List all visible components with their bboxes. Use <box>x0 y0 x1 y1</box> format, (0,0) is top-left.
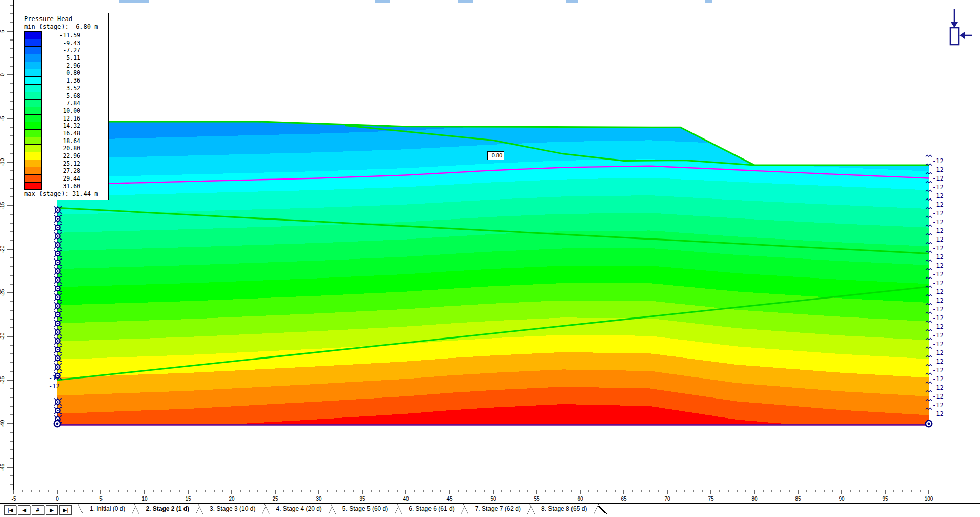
stage-nav-button-1[interactable]: ◀ <box>18 505 30 515</box>
stage-nav-button-2[interactable]: # <box>32 505 44 515</box>
head-value-label: -12 <box>932 175 944 182</box>
legend-entry: 31.60 <box>24 183 106 190</box>
node-marker-icon <box>54 346 62 354</box>
head-value-label: -12 <box>932 402 944 409</box>
head-value-label: -12 <box>932 253 944 261</box>
stage-tab-label: 7. Stage 7 (62 d) <box>464 504 532 514</box>
legend-entry: 3.52 <box>24 85 106 92</box>
stage-tab-label: 8. Stage 8 (65 d) <box>530 504 598 514</box>
legend-color-chip <box>24 137 42 145</box>
legend-value: 31.60 <box>42 183 88 190</box>
node-marker-icon <box>54 232 62 241</box>
legend-color-scale: -11.59-9.43-7.27-5.11-2.96-0.801.363.525… <box>24 32 106 190</box>
y-axis-tick-label: -5 <box>0 116 5 121</box>
toolbar-remnant <box>566 0 578 3</box>
legend-value: 22.96 <box>42 152 88 160</box>
legend-entry: 25.12 <box>24 160 106 168</box>
legend-entry: 16.48 <box>24 130 106 137</box>
x-axis-tick-label: 80 <box>751 496 758 502</box>
stage-tab-2[interactable]: 2. Stage 2 (1 d) <box>134 504 201 514</box>
x-axis-tick-label: 15 <box>185 496 191 502</box>
x-axis-tick-label: 90 <box>839 496 845 502</box>
y-axis-tick-label: -35 <box>0 376 5 384</box>
node-marker-icon <box>54 328 62 336</box>
head-value-label: -12 <box>932 184 944 191</box>
toolbar-remnant <box>705 0 712 3</box>
head-value-label: -12 <box>932 384 944 391</box>
legend-entry: 29.44 <box>24 175 106 183</box>
horizontal-ruler: -505101520253035404550556065707580859095… <box>0 490 980 503</box>
node-marker-icon <box>54 285 62 293</box>
legend-value: 1.36 <box>42 77 88 85</box>
legend-value: 27.28 <box>42 167 88 175</box>
node-marker-icon <box>54 407 62 415</box>
stage-tab-8[interactable]: 8. Stage 8 (65 d) <box>529 504 599 514</box>
head-value-label: -12 <box>932 306 944 313</box>
head-value-label: -12 <box>932 166 944 173</box>
legend-color-chip <box>24 152 42 160</box>
corner-pin-icon <box>926 421 932 427</box>
head-value-label: -12 <box>49 383 60 390</box>
y-axis-tick-label: 0 <box>0 73 5 76</box>
stage-tabs: 1. Initial (0 d)2. Stage 2 (1 d)3. Stage… <box>78 504 596 514</box>
pressure-head-legend[interactable]: Pressure Head min (stage): -6.80 m -11.5… <box>21 13 109 200</box>
legend-color-chip <box>24 107 42 115</box>
x-axis-tick-label: 35 <box>359 496 365 502</box>
stage-tab-label: 6. Stage 6 (61 d) <box>397 504 465 514</box>
head-value-label: -12 <box>932 314 944 322</box>
node-marker-icon <box>54 354 62 363</box>
legend-value: -2.96 <box>42 62 88 70</box>
legend-color-chip <box>24 160 42 168</box>
node-marker-icon <box>54 224 62 232</box>
legend-entry: 10.00 <box>24 107 106 115</box>
legend-value: -9.43 <box>42 39 88 47</box>
x-axis-tick-label: 30 <box>316 496 322 502</box>
node-marker-icon <box>54 267 62 275</box>
flux-squiggle-icon <box>926 155 932 156</box>
legend-color-chip <box>24 46 42 54</box>
corner-pin-icon <box>54 421 60 427</box>
vertical-ruler: 50-5-10-15-20-25-30-35-40-45 <box>0 0 14 490</box>
legend-value: 18.64 <box>42 137 88 145</box>
toolbar-remnant <box>458 0 473 3</box>
legend-entry: -9.43 <box>24 39 106 47</box>
legend-value: 25.12 <box>42 160 88 168</box>
stage-nav-buttons: |◀◀#▶▶| <box>0 504 75 515</box>
head-value-label: -12 <box>932 332 944 339</box>
head-value-label: -12 <box>932 288 944 295</box>
node-marker-icon <box>54 302 62 310</box>
legend-entry: 14.32 <box>24 122 106 130</box>
head-value-label: -12 <box>932 410 944 417</box>
head-value-label: -12 <box>932 280 944 287</box>
x-axis-tick-label: 0 <box>56 496 59 502</box>
node-marker-icon <box>54 241 62 249</box>
head-value-label: -12 <box>932 341 944 348</box>
model-canvas[interactable]: -12-12-12-12-12-12-12-12-12-12-12-12-12-… <box>0 0 980 490</box>
y-axis-tick-label: -15 <box>0 202 5 209</box>
head-value-label: -12 <box>932 323 944 330</box>
stage-tab-label: 3. Stage 3 (10 d) <box>198 504 267 514</box>
stage-nav-button-4[interactable]: ▶| <box>59 505 72 515</box>
stage-tab-6[interactable]: 6. Stage 6 (61 d) <box>397 504 466 514</box>
stage-nav-button-0[interactable]: |◀ <box>4 505 16 515</box>
legend-entry: -0.80 <box>24 69 106 77</box>
legend-color-chip <box>24 144 42 152</box>
head-value-label: -12 <box>932 192 944 200</box>
node-marker-icon <box>54 293 62 302</box>
stage-tab-7[interactable]: 7. Stage 7 (62 d) <box>463 504 533 514</box>
stage-tab-5[interactable]: 5. Stage 5 (60 d) <box>331 504 400 514</box>
stage-tab-3[interactable]: 3. Stage 3 (10 d) <box>198 504 267 514</box>
head-value-label: -12 <box>932 210 944 217</box>
head-value-label: -12 <box>932 218 944 226</box>
legend-value: 7.84 <box>42 100 88 107</box>
stage-nav-button-3[interactable]: ▶ <box>46 505 58 515</box>
stage-tab-label: 2. Stage 2 (1 d) <box>134 504 200 514</box>
head-value-label: -12 <box>932 367 944 374</box>
toolbar-remnant <box>375 0 390 3</box>
legend-color-chip <box>24 31 42 39</box>
legend-entry: -7.27 <box>24 47 106 54</box>
vertical-exchange-boundary-icon <box>941 7 974 48</box>
node-marker-icon <box>54 206 62 214</box>
stage-tab-1[interactable]: 1. Initial (0 d) <box>78 504 137 514</box>
stage-tab-4[interactable]: 4. Stage 4 (20 d) <box>264 504 333 514</box>
